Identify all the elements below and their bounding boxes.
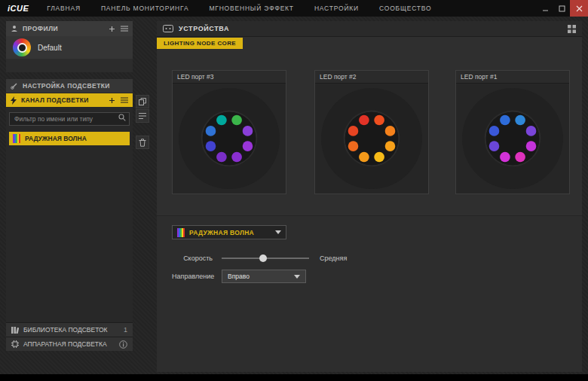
led-4[interactable] (385, 141, 396, 151)
led-3[interactable] (526, 126, 537, 136)
info-icon[interactable] (119, 340, 127, 349)
effect-list-button[interactable] (136, 109, 149, 123)
window-controls (537, 0, 588, 17)
led-5[interactable] (515, 152, 525, 163)
menu-item-home[interactable]: ГЛАВНАЯ (47, 5, 81, 12)
chevron-down-icon (275, 230, 281, 234)
lighting-setup-panel: НАСТРОЙКА ПОДСВЕТКИ КАНАЛ ПОДСВЕТКИ РАД (6, 79, 133, 351)
lighting-channel-tab[interactable]: КАНАЛ ПОДСВЕТКИ (6, 93, 133, 107)
led-2[interactable] (231, 115, 242, 126)
lighting-library-row[interactable]: БИБЛИОТЕКА ПОДСВЕТОК 1 (6, 322, 133, 337)
devices-title: УСТРОЙСТВА (179, 25, 229, 32)
list-icon (139, 112, 146, 120)
icue-window: iCUE ГЛАВНАЯ ПАНЕЛЬ МОНИТОРИНГА МГНОВЕНН… (0, 0, 588, 381)
menu-item-community[interactable]: СООБЩЕСТВО (379, 5, 431, 12)
led-port-1-label: LED порт #1 (456, 71, 569, 84)
chip-icon (11, 340, 19, 348)
add-profile-icon[interactable] (109, 26, 115, 32)
hardware-lighting-row[interactable]: АППАРАТНАЯ ПОДСВЕТКА (6, 337, 133, 351)
led-4[interactable] (243, 141, 253, 151)
led-1[interactable] (359, 115, 369, 126)
led-5[interactable] (231, 152, 242, 163)
led-port-1-tile: LED порт #1 (455, 70, 570, 194)
lighting-setup-header: НАСТРОЙКА ПОДСВЕТКИ (6, 79, 133, 93)
led-8[interactable] (206, 126, 216, 136)
effect-settings-section: РАДУЖНАЯ ВОЛНА Скорость Средняя Направле… (157, 215, 582, 372)
maximize-button[interactable] (553, 0, 570, 17)
led-1[interactable] (216, 115, 227, 126)
menu-item-dashboard[interactable]: ПАНЕЛЬ МОНИТОРИНГА (101, 5, 189, 12)
speed-value: Средняя (320, 255, 347, 262)
direction-label: Направление (172, 273, 222, 280)
close-button[interactable] (570, 0, 588, 17)
direction-select[interactable]: Вправо (222, 270, 306, 283)
led-6[interactable] (216, 152, 227, 163)
profile-avatar-icon (13, 38, 31, 56)
main-menu: ГЛАВНАЯ ПАНЕЛЬ МОНИТОРИНГА МГНОВЕННЫЙ ЭФ… (47, 5, 431, 12)
led-6[interactable] (500, 152, 510, 163)
selected-effect-label: РАДУЖНАЯ ВОЛНА (189, 229, 271, 236)
minimize-button[interactable] (537, 0, 553, 17)
lighting-setup-title: НАСТРОЙКА ПОДСВЕТКИ (23, 82, 110, 90)
menu-item-instant-effect[interactable]: МГНОВЕННЫЙ ЭФФЕКТ (209, 5, 294, 12)
led-port-2-tile: LED порт #2 (314, 70, 429, 194)
led-2[interactable] (374, 115, 384, 126)
led-8[interactable] (348, 126, 359, 136)
profiles-header: ПРОФИЛИ (6, 21, 133, 36)
led-3[interactable] (243, 126, 253, 136)
speed-slider[interactable] (222, 254, 309, 263)
menu-item-settings[interactable]: НАСТРОЙКИ (314, 5, 359, 12)
speed-label: Скорость (172, 255, 222, 262)
profiles-title: ПРОФИЛИ (23, 25, 58, 32)
devices-header: УСТРОЙСТВА (157, 21, 582, 37)
led-3[interactable] (385, 126, 396, 136)
profiles-menu-icon[interactable] (121, 26, 128, 32)
hardware-label: АППАРАТНАЯ ПОДСВЕТКА (23, 340, 107, 348)
copy-icon (139, 98, 146, 105)
effect-filter (9, 111, 130, 126)
led-2[interactable] (515, 115, 525, 126)
led-port-2-label: LED порт #2 (315, 71, 428, 84)
led-port-3-label: LED порт #3 (173, 71, 286, 84)
library-count-badge: 1 (124, 326, 127, 334)
led-1[interactable] (500, 115, 510, 126)
led-7[interactable] (206, 141, 216, 151)
fan-graphic-port-2[interactable] (319, 86, 424, 191)
search-icon (118, 114, 126, 121)
trash-icon (139, 139, 146, 147)
add-channel-icon[interactable] (109, 97, 115, 104)
led-4[interactable] (526, 141, 537, 151)
led-5[interactable] (374, 152, 384, 163)
devices-panel: УСТРОЙСТВА LIGHTING NODE CORE LED порт #… (157, 21, 582, 372)
effect-selector-dropdown[interactable]: РАДУЖНАЯ ВОЛНА (172, 225, 286, 239)
led-6[interactable] (359, 152, 369, 163)
lighting-channel-title: КАНАЛ ПОДСВЕТКИ (21, 96, 89, 104)
profile-item-default[interactable]: Default (6, 36, 133, 59)
profiles-icon (11, 25, 18, 32)
led-7[interactable] (348, 141, 359, 151)
wrench-icon (11, 82, 18, 90)
rainbow-wave-icon (177, 228, 185, 237)
icue-logo: iCUE (8, 4, 29, 13)
channel-menu-icon[interactable] (121, 97, 128, 103)
fan-graphic-port-3[interactable] (176, 86, 282, 191)
effect-item-rainbow-wave[interactable]: РАДУЖНАЯ ВОЛНА (9, 132, 130, 145)
delete-effect-button[interactable] (136, 136, 149, 149)
speed-slider-thumb[interactable] (259, 255, 267, 262)
effect-controls: Скорость Средняя Направление Вправо (172, 254, 347, 283)
fan-graphic-port-1[interactable] (460, 86, 565, 191)
grid-view-icon[interactable] (568, 25, 576, 33)
direction-value: Вправо (228, 273, 250, 280)
led-7[interactable] (489, 141, 500, 151)
copy-effect-button[interactable] (136, 95, 149, 108)
library-label: БИБЛИОТЕКА ПОДСВЕТОК (23, 326, 108, 334)
titlebar: iCUE ГЛАВНАЯ ПАНЕЛЬ МОНИТОРИНГА МГНОВЕНН… (0, 0, 588, 17)
led-8[interactable] (489, 126, 500, 136)
library-icon (11, 326, 19, 334)
rainbow-wave-icon (13, 134, 20, 143)
lightning-icon (11, 96, 17, 105)
tab-lighting-node-core[interactable]: LIGHTING NODE CORE (157, 38, 243, 49)
profile-name: Default (38, 44, 62, 52)
effect-filter-input[interactable] (9, 112, 130, 126)
device-icon (163, 25, 173, 32)
